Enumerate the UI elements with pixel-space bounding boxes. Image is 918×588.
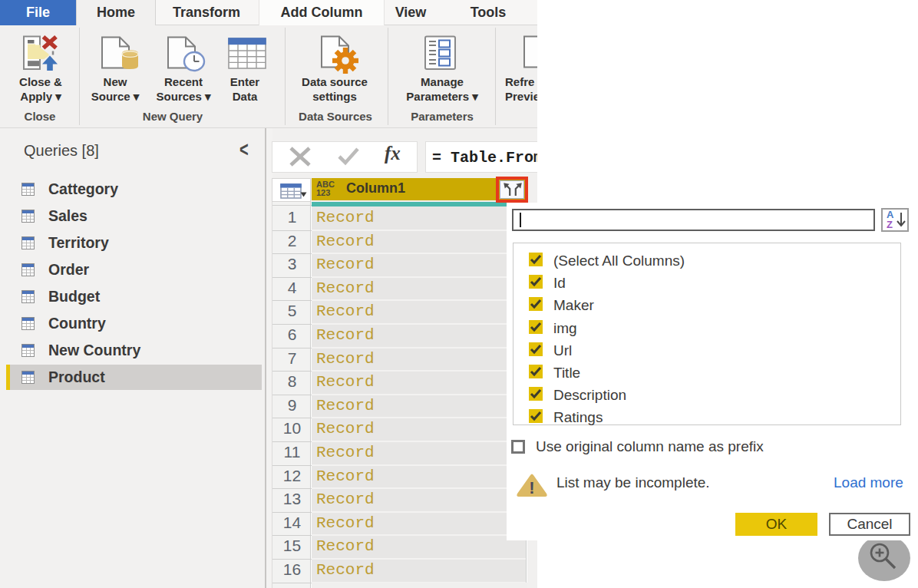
svg-text:!: ! xyxy=(529,478,534,497)
